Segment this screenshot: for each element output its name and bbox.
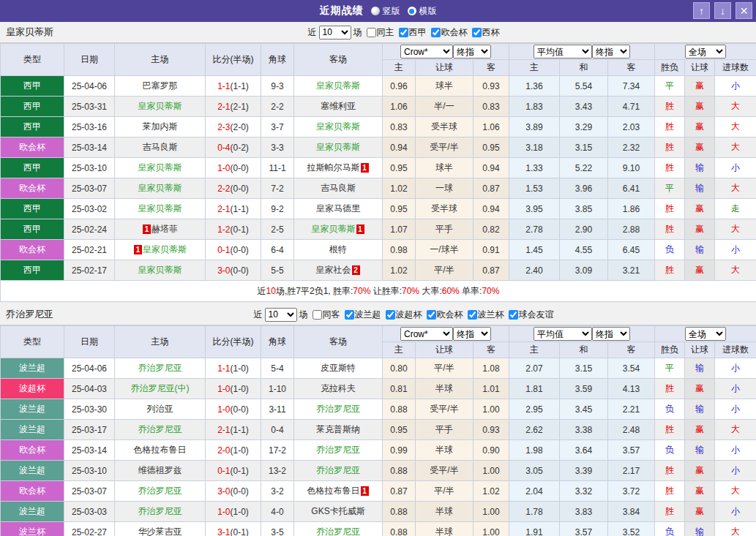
fulltime-score: 0-1 <box>217 466 230 476</box>
move-down-button[interactable]: ↓ <box>714 2 731 19</box>
average-select[interactable]: 平均值 <box>534 45 592 58</box>
result-value: 小 <box>731 445 740 455</box>
handicap-odds-2: 0.94 <box>474 199 509 219</box>
sub-col-header-8: 进球数 <box>715 60 756 76</box>
average-odds-1: 5.54 <box>560 76 608 97</box>
league-checkbox-label[interactable]: 西杯 <box>472 26 500 39</box>
sub-col-header-0: 主 <box>383 342 416 358</box>
recent-results-panel: 近期战绩 竖版 横版 ↑ ↓ ✕ 皇家贝蒂斯近10场同主西甲欧会杯西杯类型日期主… <box>0 0 756 536</box>
handicap-odds-1: 半球 <box>416 379 474 399</box>
league-checkbox[interactable] <box>509 310 518 320</box>
period-select[interactable]: 全场 <box>685 45 726 58</box>
table-row: 波兰超25-03-30列治亚1-0(0-0)3-11乔治罗尼亚0.88受平/半1… <box>1 399 756 420</box>
away-team-label: 塞维利亚 <box>321 101 356 111</box>
away-team-name: GKS卡托威斯 <box>311 506 364 516</box>
halftime-score: (1-1) <box>231 81 249 91</box>
league-checkbox[interactable] <box>399 28 408 37</box>
league-checkbox-label[interactable]: 欧会杯 <box>427 309 463 321</box>
away-team-label: 根特 <box>329 244 347 254</box>
handicap-odds-1: 受平/半 <box>416 137 474 158</box>
odds-stage-select-2[interactable]: 终指 <box>592 45 630 58</box>
same-venue-checkbox[interactable] <box>312 310 322 320</box>
same-venue-checkbox[interactable] <box>367 28 376 37</box>
odds-stage-select-2[interactable]: 终指 <box>592 327 630 341</box>
league-checkbox-label[interactable]: 西甲 <box>399 26 427 39</box>
result-winlose: 平 <box>655 178 685 199</box>
score-cell: 1-0(1-0) <box>206 379 261 399</box>
average-odds-2: 9.10 <box>608 158 655 178</box>
league-checkbox[interactable] <box>468 310 477 320</box>
odds-stage-select[interactable]: 终指 <box>453 327 491 341</box>
league-label: 欧会杯 <box>437 309 463 321</box>
league-checkbox[interactable] <box>431 28 441 37</box>
league-checkbox[interactable] <box>345 310 354 320</box>
layout-radio-horizontal[interactable]: 横版 <box>408 5 437 18</box>
result-winlose: 负 <box>655 240 685 260</box>
league-checkbox-label[interactable]: 波兰杯 <box>468 309 504 321</box>
result-handicap: 赢 <box>685 461 715 481</box>
league-label: 波超杯 <box>396 309 422 321</box>
home-team-name: 列治亚 <box>147 404 173 414</box>
away-team-name: 皇家马德里 <box>316 203 360 214</box>
handicap-odds-1: 平手 <box>416 420 474 440</box>
handicap-odds-0: 0.88 <box>383 399 416 420</box>
bookmaker-select[interactable]: Crow* <box>400 45 453 58</box>
odds-stage-select[interactable]: 终指 <box>453 45 491 58</box>
halftime-score: (1-1) <box>231 204 249 214</box>
result-value: 负 <box>665 404 674 414</box>
league-checkbox-label[interactable]: 波超杯 <box>386 309 422 321</box>
average-odds-1: 3.15 <box>560 358 608 379</box>
halftime-score: (0-0) <box>231 163 249 173</box>
red-card-badge: 1 <box>134 245 142 254</box>
average-select[interactable]: 平均值 <box>534 327 592 341</box>
table-row: 欧会杯25-03-14吉马良斯0-4(0-2)3-3皇家贝蒂斯0.94受平/半0… <box>1 137 756 158</box>
result-value: 赢 <box>695 101 704 111</box>
home-team-label: 赫塔菲 <box>151 224 178 234</box>
league-checkbox[interactable] <box>427 310 436 320</box>
layout-radio-vertical[interactable]: 竖版 <box>371 5 400 18</box>
result-goals: 小 <box>715 358 756 379</box>
league-checkbox-label[interactable]: 欧会杯 <box>431 26 468 39</box>
sub-col-header-7: 让球 <box>685 342 715 358</box>
league-checkbox[interactable] <box>386 310 395 320</box>
table-row: 西甲25-03-16莱加内斯2-3(2-0)3-7皇家贝蒂斯0.83受半球1.0… <box>1 117 756 137</box>
radio-checked-icon[interactable] <box>408 7 416 15</box>
same-venue-checkbox-label[interactable]: 同客 <box>312 309 340 321</box>
away-team-name: 吉马良斯 <box>321 183 356 193</box>
close-button[interactable]: ✕ <box>736 2 752 19</box>
home-team-name: 色格拉布鲁日 <box>134 445 187 455</box>
radio-unchecked-icon[interactable] <box>371 7 380 15</box>
home-team-name: 皇家贝蒂斯 <box>138 101 182 111</box>
same-venue-checkbox-label[interactable]: 同主 <box>367 26 394 39</box>
halftime-score: (0-1) <box>231 527 249 536</box>
handicap-odds-0: 1.07 <box>383 219 416 240</box>
col-header-home: 主场 <box>115 326 206 358</box>
home-team-label: 华沙莱吉亚 <box>138 526 182 536</box>
period-select[interactable]: 全场 <box>685 327 726 341</box>
match-count-select[interactable]: 10 <box>265 308 297 322</box>
handicap-odds-2: 0.93 <box>474 76 509 97</box>
handicap-odds-0: 0.88 <box>383 502 416 522</box>
sub-col-header-6: 胜负 <box>655 342 685 358</box>
home-cell: 1皇家贝蒂斯 <box>115 240 206 260</box>
bookmaker-select[interactable]: Crow* <box>400 327 453 341</box>
league-checkbox[interactable] <box>472 28 482 37</box>
col-header-date: 日期 <box>64 326 115 358</box>
summary-segment: 10 <box>266 286 276 296</box>
result-handicap: 赢 <box>685 502 715 522</box>
result-value: 赢 <box>695 383 704 393</box>
fulltime-score: 2-3 <box>217 122 230 132</box>
result-handicap: 输 <box>685 178 715 199</box>
average-odds-0: 1.78 <box>509 502 560 522</box>
col-header-corners: 角球 <box>261 44 294 76</box>
average-odds-2: 6.45 <box>608 240 655 260</box>
handicap-odds-1: 受半球 <box>416 117 474 137</box>
move-up-button[interactable]: ↑ <box>693 2 710 19</box>
corners-cell: 3-2 <box>261 481 294 502</box>
result-value: 输 <box>695 183 704 193</box>
match-count-select[interactable]: 10 <box>319 26 351 39</box>
summary-segment: 70% <box>402 286 419 296</box>
league-checkbox-label[interactable]: 波兰超 <box>345 309 381 321</box>
league-checkbox-label[interactable]: 球会友谊 <box>509 309 554 321</box>
handicap-odds-0: 1.06 <box>383 97 416 117</box>
